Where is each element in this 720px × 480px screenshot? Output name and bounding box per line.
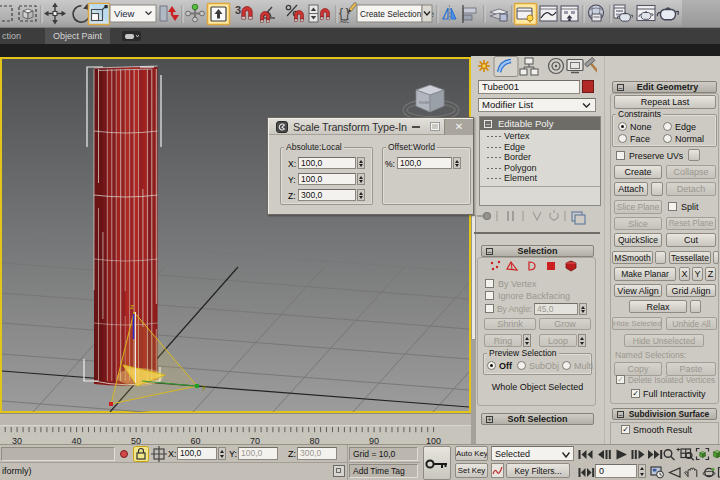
svg-text:3: 3 <box>235 4 241 16</box>
svg-text:z: z <box>130 302 134 311</box>
svg-text:{ }: { } <box>339 6 349 20</box>
svg-text:View: View <box>114 8 135 19</box>
svg-text:ABC: ABC <box>340 19 350 24</box>
svg-text:y: y <box>202 382 206 391</box>
